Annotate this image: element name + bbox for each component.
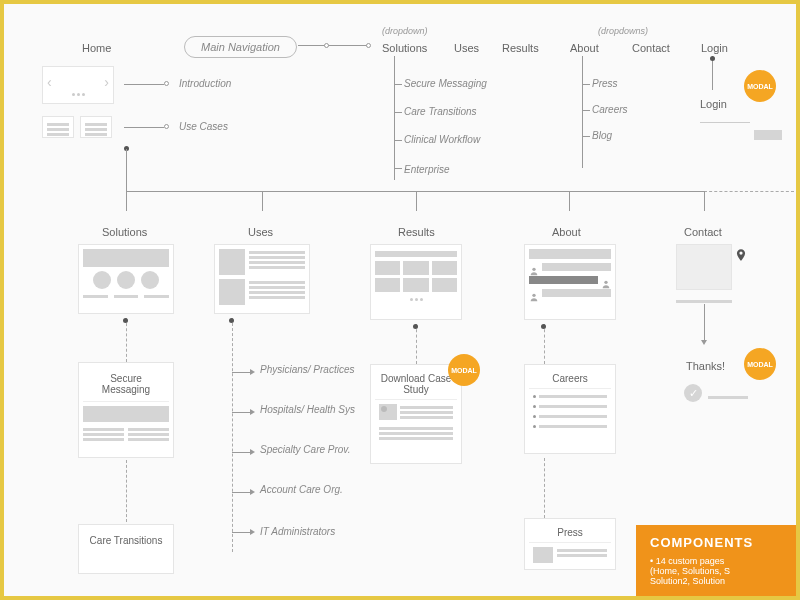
chevron-right-icon: › [104,74,109,90]
dropdown-label-1: (dropdown) [382,26,428,36]
uses-specialty[interactable]: Specialty Care Prov. [260,444,330,455]
press-title: Press [529,523,611,542]
uses-account[interactable]: Account Care Org. [260,484,330,495]
section-about: About [552,226,581,238]
careers-card: Careers [524,364,616,454]
pin-icon [734,248,748,262]
components-line3: Solution2, Solution [650,576,782,586]
nav-solutions[interactable]: Solutions [382,42,427,54]
login-label[interactable]: Login [700,98,727,110]
nav-login[interactable]: Login [701,42,728,54]
person-icon [529,262,539,272]
solutions-wireframe [78,244,174,314]
components-line2: (Home, Solutions, S [650,566,782,576]
modal-badge-contact: MODAL [744,348,776,380]
solutions-secure-messaging[interactable]: Secure Messaging [404,78,464,89]
solutions-enterprise[interactable]: Enterprise [404,164,450,175]
svg-point-2 [532,294,535,297]
check-circle-icon: ✓ [684,384,702,402]
solutions-clinical-workflow[interactable]: Clinical Workflow [404,134,464,145]
introduction-label: Introduction [179,78,231,89]
secure-messaging-card: Secure Messaging [78,362,174,458]
dropdown-label-2: (dropdowns) [598,26,648,36]
person-icon [529,288,539,298]
careers-title: Careers [529,369,611,388]
uses-physicians[interactable]: Physicians/ Practices [260,364,330,375]
care-transitions-title: Care Transitions [83,529,169,552]
nav-about[interactable]: About [570,42,599,54]
usecase-box-1 [42,116,74,138]
uses-hospitals[interactable]: Hospitals/ Health Sys [260,404,330,415]
nav-home[interactable]: Home [82,42,111,54]
nav-contact[interactable]: Contact [632,42,670,54]
section-uses: Uses [248,226,273,238]
usecase-box-2 [80,116,112,138]
use-cases-label: Use Cases [179,121,228,132]
carousel-wireframe: ‹ › [42,66,114,104]
components-title: COMPONENTS [650,535,782,550]
section-contact: Contact [684,226,722,238]
person-icon [601,275,611,285]
svg-point-0 [532,268,535,271]
components-panel: COMPONENTS • 14 custom pages (Home, Solu… [636,525,796,596]
section-results: Results [398,226,435,238]
modal-badge-login: MODAL [744,70,776,102]
about-press[interactable]: Press [592,78,618,89]
nav-uses[interactable]: Uses [454,42,479,54]
care-transitions-card: Care Transitions [78,524,174,574]
nav-results[interactable]: Results [502,42,539,54]
uses-it-admin[interactable]: IT Administrators [260,526,335,537]
main-navigation-pill[interactable]: Main Navigation [184,36,297,58]
contact-wireframe [676,244,732,290]
modal-badge-results: MODAL [448,354,480,386]
chevron-left-icon: ‹ [47,74,52,90]
results-wireframe [370,244,462,320]
about-blog[interactable]: Blog [592,130,612,141]
press-card: Press [524,518,616,570]
solutions-care-transitions[interactable]: Care Transitions [404,106,464,117]
about-wireframe [524,244,616,320]
download-case-title: Download Case Study [375,369,457,399]
download-case-study-card: Download Case Study [370,364,462,464]
secure-messaging-title: Secure Messaging [83,367,169,401]
thanks-label: Thanks! [686,360,725,372]
svg-point-1 [604,281,607,284]
uses-wireframe [214,244,310,314]
section-solutions: Solutions [102,226,147,238]
components-line1: • 14 custom pages [650,556,782,566]
about-careers[interactable]: Careers [592,104,628,115]
